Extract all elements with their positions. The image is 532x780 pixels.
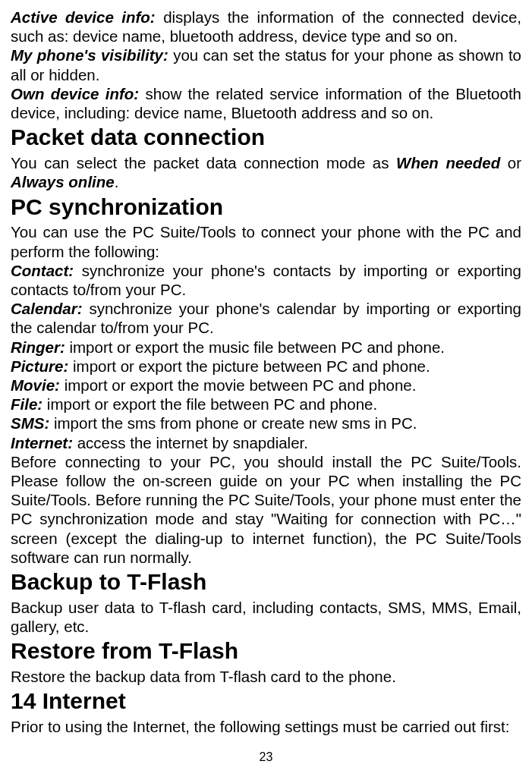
paragraph-before-connecting: Before connecting to your PC, you should… [11,452,521,567]
label-picture: Picture: [11,357,68,375]
label-calendar: Calendar: [11,300,83,317]
text-file: import or export the file between PC and… [42,395,377,413]
paragraph-own-device: Own device info: show the related servic… [11,84,521,122]
paragraph-backup: Backup user data to T-flash card, includ… [11,598,521,636]
text-packet-data-3: . [115,173,119,190]
document-page: Active device info: displays the informa… [11,8,521,737]
paragraph-internet-item: Internet: access the internet by snapdia… [11,433,521,452]
label-active-device: Active device info: [11,8,156,26]
text-packet-data-1: You can select the packet data connectio… [11,154,396,171]
label-when-needed: When needed [396,154,500,171]
paragraph-contact: Contact: synchronize your phone's contac… [11,261,521,299]
heading-pc-sync: PC synchronization [11,193,521,222]
text-ringer: import or export the music file between … [65,338,445,356]
heading-backup: Backup to T-Flash [11,568,521,596]
text-packet-data-2: or [500,154,521,171]
text-picture: import or export the picture between PC … [68,357,430,375]
paragraph-ringer: Ringer: import or export the music file … [11,338,521,357]
text-movie: import or export the movie between PC an… [60,376,417,394]
heading-internet: 14 Internet [11,687,521,716]
paragraph-calendar: Calendar: synchronize your phone's calen… [11,299,521,337]
label-internet-item: Internet: [11,434,73,451]
label-sms: SMS: [11,414,49,432]
paragraph-file: File: import or export the file between … [11,395,521,414]
label-own-device: Own device info: [11,85,139,102]
paragraph-internet: Prior to using the Internet, the followi… [11,717,521,736]
heading-restore: Restore from T-Flash [11,637,521,665]
label-visibility: My phone's visibility: [11,46,168,64]
paragraph-active-device: Active device info: displays the informa… [11,8,521,46]
paragraph-movie: Movie: import or export the movie betwee… [11,376,521,395]
heading-packet-data: Packet data connection [11,124,521,152]
label-contact: Contact: [11,262,74,279]
page-number: 23 [0,750,532,765]
paragraph-sms: SMS: import the sms from phone or create… [11,414,521,432]
text-contact: synchronize your phone's contacts by imp… [11,262,521,298]
paragraph-picture: Picture: import or export the picture be… [11,357,521,376]
paragraph-restore: Restore the backup data from T-flash car… [11,667,521,686]
label-movie: Movie: [11,376,60,394]
paragraph-visibility: My phone's visibility: you can set the s… [11,46,521,83]
text-sms: import the sms from phone or create new … [49,414,417,432]
label-ringer: Ringer: [11,338,65,356]
text-internet-item: access the internet by snapdialer. [73,434,308,451]
text-calendar: synchronize your phone's calendar by imp… [11,300,521,336]
label-always-online: Always online [11,173,115,190]
label-file: File: [11,395,42,413]
paragraph-packet-data: You can select the packet data connectio… [11,153,521,191]
paragraph-pc-sync-intro: You can use the PC Suite/Tools to connec… [11,222,521,260]
